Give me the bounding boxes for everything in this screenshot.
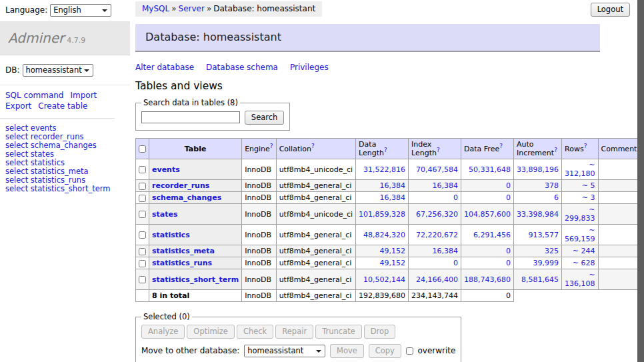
value-link[interactable]: 0 (506, 247, 511, 255)
value-link[interactable]: 16,384 (380, 181, 406, 190)
value-link[interactable]: ~ 3 (582, 193, 595, 202)
selected-action-button[interactable]: Check (237, 325, 273, 339)
selected-action-button[interactable]: Repair (275, 325, 313, 339)
value-link[interactable]: 188,743,680 (464, 275, 511, 284)
value-cell: 0 (409, 257, 461, 269)
value-link[interactable]: 49,152 (380, 259, 406, 267)
help-link[interactable]: ? (584, 143, 587, 149)
value-link[interactable]: 16,384 (433, 181, 459, 190)
value-link[interactable]: 33,898,196 (517, 165, 559, 174)
value-link[interactable]: 16,384 (433, 247, 459, 255)
table-link[interactable]: statistics_runs (152, 259, 212, 267)
row-checkbox[interactable] (139, 276, 146, 283)
row-checkbox[interactable] (139, 183, 146, 190)
engine-cell: InnoDB (242, 257, 276, 269)
move-button[interactable]: Move (330, 344, 364, 358)
value-link[interactable]: 0 (506, 181, 511, 190)
value-link[interactable]: 913,577 (529, 231, 559, 239)
logout-button[interactable]: Logout (591, 3, 630, 17)
value-link[interactable]: 104,857,600 (464, 210, 511, 219)
table-link[interactable]: events (152, 165, 180, 174)
help-link[interactable]: ? (437, 147, 440, 153)
value-link[interactable]: 325 (545, 247, 559, 255)
value-link[interactable]: 378 (545, 181, 559, 190)
language-select-value: English (53, 5, 81, 15)
db-action-link[interactable]: Database schema (206, 63, 278, 72)
select-all-checkbox[interactable] (139, 145, 146, 153)
language-select[interactable]: English (50, 4, 111, 17)
value-link[interactable]: ~ 312,180 (565, 161, 595, 178)
breadcrumb-link-mysql[interactable]: MySQL (142, 4, 169, 13)
vertical-scrollbar[interactable] (637, 0, 644, 362)
table-link[interactable]: schema_changes (152, 193, 221, 202)
sidebar-action-link[interactable]: SQL command (5, 91, 63, 100)
table-link[interactable]: statistics_short_term (152, 275, 239, 284)
table-row: recorder_runsInnoDButf8mb4_general_ci16,… (136, 180, 643, 192)
search-fieldset: Search data in tables (8) Search (135, 98, 290, 131)
help-link[interactable]: ? (384, 147, 387, 153)
value-link[interactable]: 8,581,645 (521, 275, 559, 284)
table-link[interactable]: statistics_meta (152, 247, 215, 255)
selected-action-button[interactable]: Drop (364, 325, 396, 339)
value-link[interactable]: 49,152 (380, 247, 406, 255)
value-link[interactable]: ~ 5 (582, 181, 595, 190)
db-action-link[interactable]: Privileges (290, 63, 329, 72)
table-link[interactable]: states (152, 210, 178, 219)
search-input[interactable] (141, 111, 240, 123)
value-link[interactable]: 0 (506, 259, 511, 267)
row-checkbox[interactable] (139, 260, 146, 267)
copy-button[interactable]: Copy (369, 344, 401, 358)
value-link[interactable]: 0 (506, 193, 511, 202)
sidebar-select-link[interactable]: select statistics_short_term (5, 185, 125, 193)
table-link[interactable]: statistics (152, 231, 190, 239)
value-link[interactable]: 31,522,816 (363, 165, 405, 174)
value-link[interactable]: ~ 628 (573, 259, 595, 267)
help-link[interactable]: ? (270, 143, 273, 149)
row-checkbox[interactable] (139, 248, 146, 255)
move-db-select[interactable]: homeassistant (244, 345, 325, 357)
value-cell: ~ 628 (562, 257, 598, 269)
overwrite-checkbox[interactable] (406, 347, 413, 355)
value-link[interactable]: 0 (453, 193, 458, 202)
help-link[interactable]: ? (499, 143, 503, 149)
value-cell: 16,384 (356, 180, 409, 192)
value-link[interactable]: 48,824,320 (363, 231, 405, 239)
selected-action-button[interactable]: Optimize (187, 325, 235, 339)
row-checkbox[interactable] (139, 231, 146, 239)
value-link[interactable]: 6,291,456 (473, 231, 511, 239)
search-button[interactable]: Search (245, 111, 285, 125)
value-link[interactable]: 33,398,984 (517, 210, 559, 219)
search-legend: Search data in tables (8) (141, 98, 240, 107)
value-link[interactable]: 50,331,648 (469, 165, 511, 174)
value-link[interactable]: 6 (554, 193, 559, 202)
table-link[interactable]: recorder_runs (152, 181, 209, 190)
selected-action-button[interactable]: Truncate (315, 325, 362, 339)
value-link[interactable]: 72,220,672 (416, 231, 458, 239)
value-link[interactable]: 10,502,144 (363, 275, 405, 284)
sidebar-action-link[interactable]: Export (5, 101, 31, 111)
help-link[interactable]: ? (554, 147, 557, 153)
value-cell: 16,384 (409, 180, 461, 192)
row-checkbox[interactable] (139, 195, 146, 202)
value-link[interactable]: 70,467,584 (416, 165, 458, 174)
selected-action-button[interactable]: Analyze (141, 325, 185, 339)
value-link[interactable]: ~ 244 (573, 247, 595, 255)
sidebar-action-link[interactable]: Create table (38, 101, 87, 111)
breadcrumb-link-server[interactable]: Server (179, 4, 205, 13)
value-link[interactable]: 101,859,328 (359, 210, 405, 219)
value-link[interactable]: 39,999 (533, 259, 559, 267)
db-select[interactable]: homeassistant (23, 64, 93, 77)
row-checkbox[interactable] (139, 211, 146, 218)
value-link[interactable]: ~ 136,108 (565, 271, 595, 288)
value-link[interactable]: 67,256,320 (416, 210, 458, 219)
db-action-link[interactable]: Alter database (135, 63, 194, 72)
value-cell: ~ 5 (562, 180, 598, 192)
value-link[interactable]: 24,166,400 (416, 275, 458, 284)
value-link[interactable]: ~ 299,833 (565, 205, 595, 223)
value-link[interactable]: 0 (453, 259, 458, 267)
sidebar-action-link[interactable]: Import (70, 91, 97, 100)
help-link[interactable]: ? (311, 143, 315, 149)
row-checkbox[interactable] (139, 166, 146, 173)
value-link[interactable]: ~ 569,159 (565, 226, 595, 243)
value-link[interactable]: 16,384 (380, 193, 406, 202)
